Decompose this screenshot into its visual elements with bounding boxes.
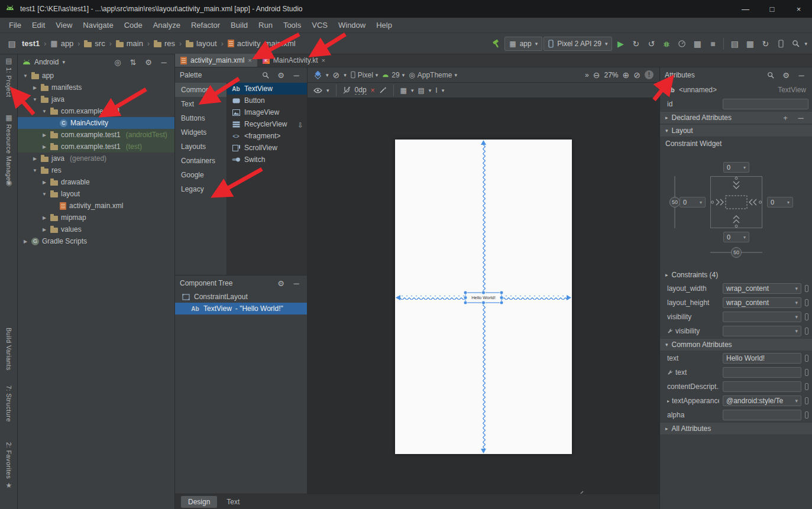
vertical-bias-knob[interactable]: 50 [669, 197, 680, 208]
profile-icon[interactable] [675, 37, 689, 51]
tool-strip-structure[interactable]: 7: Structure [0, 385, 18, 422]
sync-project-icon[interactable]: ↻ [758, 37, 772, 51]
run-button[interactable]: ▶ [613, 37, 627, 51]
device-canvas[interactable]: Hello World! [395, 140, 572, 454]
collapse-icon[interactable]: ▶ [41, 215, 47, 221]
collapse-icon[interactable]: ▶ [41, 132, 47, 138]
gear-icon[interactable]: ⚙ [143, 56, 154, 68]
menu-edit[interactable]: Edit [27, 18, 50, 33]
design-surface[interactable]: Hello World! [308, 98, 659, 494]
tree-row-java[interactable]: ▼ java [18, 93, 174, 105]
add-attribute-icon[interactable]: + [779, 112, 791, 124]
tree-row-mainactivity[interactable]: C MainActivity [18, 117, 174, 129]
tree-row-manifests[interactable]: ▶ manifests [18, 82, 174, 93]
collapse-icon[interactable]: ▶ [32, 156, 38, 161]
palette-category-containers[interactable]: Containers [175, 154, 227, 168]
expand-icon[interactable]: ▼ [32, 168, 38, 173]
menu-build[interactable]: Build [225, 18, 253, 33]
zoom-to-fit-icon[interactable]: ⊘ [633, 70, 640, 80]
content-description-input[interactable] [723, 381, 801, 392]
tree-row-drawable[interactable]: ▶ drawable [18, 176, 174, 188]
design-surface-icon[interactable] [313, 71, 322, 79]
menu-window[interactable]: Window [333, 18, 371, 33]
tab-activity-main-xml[interactable]: activity_main.xml × [175, 54, 257, 67]
chevron-down-icon[interactable]: ▾ [411, 87, 414, 93]
menu-help[interactable]: Help [371, 18, 397, 33]
menu-code[interactable]: Code [119, 18, 148, 33]
margin-left-select[interactable]: 0▾ [680, 197, 706, 208]
chevron-right-icon[interactable]: ▸ [667, 398, 669, 404]
text-appearance-select[interactable]: @android:style/Te▾ [723, 395, 801, 406]
pin-flag-icon[interactable] [805, 411, 808, 419]
collapse-all-icon[interactable]: ⇅ [127, 56, 139, 68]
breadcrumb-layout[interactable]: layout [184, 39, 219, 48]
tree-row-values[interactable]: ▶ values [18, 223, 174, 235]
locate-file-icon[interactable]: ◎ [112, 56, 124, 68]
common-attributes-section[interactable]: ▾ Common Attributes [660, 338, 812, 351]
margin-right-select[interactable]: 0▾ [767, 197, 793, 208]
menu-vcs[interactable]: VCS [306, 18, 333, 33]
collapse-icon[interactable]: ▶ [22, 239, 28, 244]
apply-changes-icon[interactable]: ↻ [629, 37, 643, 51]
avd-manager-icon[interactable] [774, 37, 788, 51]
breadcrumb-main[interactable]: main [114, 39, 145, 48]
device-menu[interactable]: Pixel ▾ [351, 71, 378, 79]
palette-category-legacy[interactable]: Legacy [175, 182, 227, 196]
build-hammer-icon[interactable] [489, 37, 503, 51]
canvas-resize-handle[interactable] [575, 489, 584, 494]
menu-tools[interactable]: Tools [278, 18, 306, 33]
pack-icon[interactable]: ▦ [400, 86, 407, 95]
menu-view[interactable]: View [50, 18, 77, 33]
menu-refactor[interactable]: Refactor [186, 18, 225, 33]
apply-code-changes-icon[interactable]: ↺ [644, 37, 658, 51]
pin-flag-icon[interactable] [805, 397, 808, 404]
tree-row-package-test[interactable]: ▶ com.example.test1 (test) [18, 141, 174, 153]
menu-analyze[interactable]: Analyze [148, 18, 186, 33]
chevron-down-icon[interactable]: ▾ [326, 87, 329, 93]
autoconnect-magnet-icon[interactable] [343, 86, 351, 94]
api-level-menu[interactable]: 29 ▾ [382, 71, 405, 79]
palette-item-recyclerview[interactable]: RecyclerView ⇩ [227, 118, 307, 130]
tools-visibility-select[interactable]: ▾ [723, 326, 801, 336]
remove-attribute-icon[interactable]: ─ [795, 112, 807, 124]
chevron-down-icon[interactable]: ▾ [344, 72, 347, 78]
download-icon[interactable]: ⇩ [297, 121, 303, 129]
expand-icon[interactable]: ▼ [41, 192, 47, 197]
layout-section[interactable]: ▾ Layout [660, 124, 812, 137]
zoom-out-icon[interactable]: ⊖ [593, 70, 600, 80]
tool-windows-icon[interactable]: ▤ [5, 37, 19, 51]
orientation-icon[interactable]: ⊘ [333, 70, 340, 80]
gear-icon[interactable]: ⚙ [780, 69, 792, 81]
search-everywhere-icon[interactable] [789, 37, 803, 51]
constraints-section[interactable]: ▸ Constraints (4) [660, 268, 812, 281]
margin-top-select[interactable]: 0▾ [723, 162, 749, 173]
hide-panel-icon[interactable]: ─ [795, 69, 807, 81]
menu-navigate[interactable]: Navigate [77, 18, 118, 33]
tab-mainactivity-kt[interactable]: K MainActivity.kt × [257, 54, 331, 67]
palette-item-switch[interactable]: Switch [227, 154, 307, 166]
declared-attributes-section[interactable]: ▸ Declared Attributes + ─ [660, 111, 812, 124]
palette-category-common[interactable]: Common [175, 83, 227, 97]
pin-flag-icon[interactable] [805, 328, 808, 335]
tree-row-app[interactable]: ▼ app [18, 70, 174, 82]
attach-debugger-icon[interactable]: ▦ [690, 37, 704, 51]
default-margin-field[interactable]: 0dp [355, 86, 367, 95]
chevron-down-icon[interactable]: ▾ [804, 41, 807, 47]
tool-strip-project[interactable]: ▤ 1: Project [0, 57, 18, 97]
expand-icon[interactable]: ▼ [41, 109, 47, 114]
guidelines-icon[interactable]: I [435, 86, 437, 95]
pin-flag-icon[interactable] [805, 285, 808, 292]
palette-item-button[interactable]: Button [227, 95, 307, 106]
pin-flag-icon[interactable] [805, 383, 808, 390]
constraint-widget-box[interactable] [710, 176, 762, 228]
collapse-icon[interactable]: ▶ [41, 144, 47, 150]
collapse-icon[interactable]: ▶ [32, 85, 38, 90]
alpha-input[interactable] [723, 410, 801, 420]
tree-row-mipmap[interactable]: ▶ mipmap [18, 212, 174, 223]
close-button[interactable]: × [785, 0, 812, 18]
palette-category-text[interactable]: Text [175, 97, 227, 111]
pin-flag-icon[interactable] [805, 313, 808, 320]
palette-category-google[interactable]: Google [175, 168, 227, 182]
component-tree-constraintlayout[interactable]: ConstraintLayout [175, 291, 307, 303]
margin-bottom-select[interactable]: 0▾ [723, 232, 749, 242]
